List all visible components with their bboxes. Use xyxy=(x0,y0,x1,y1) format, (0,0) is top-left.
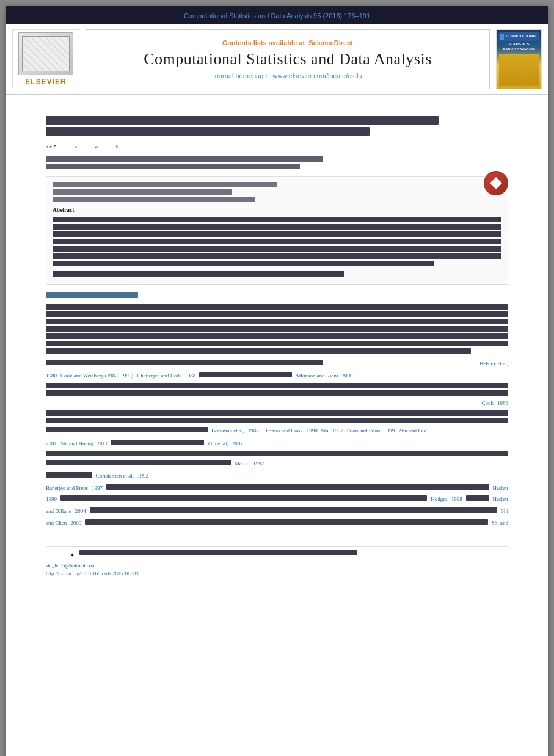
keywords-block xyxy=(53,271,501,277)
ref-christensen-line: Christensen et al, 1992 xyxy=(46,471,508,481)
ref-zhu-lee: Zhu and Lee xyxy=(398,426,426,435)
abstract-content xyxy=(53,217,501,266)
ref-haslett-2: Haslett xyxy=(493,494,509,504)
body-line-2 xyxy=(46,311,508,317)
ref-christensen: Christensen et al, xyxy=(96,471,134,481)
article-history xyxy=(53,182,501,202)
cover-title-line3: & DATA ANALYSIS xyxy=(503,47,535,52)
ref-chen-line: and Chen 2009 Shi and xyxy=(46,518,508,528)
b-line-m2 xyxy=(46,390,508,396)
journal-citation-link[interactable]: Computational Statistics and Data Analys… xyxy=(184,12,370,20)
ref-zhu-year: 2007 xyxy=(232,438,243,448)
top-bar: Computational Statistics and Data Analys… xyxy=(6,6,548,24)
ref-belsley: Belsley et al, xyxy=(479,358,508,368)
body-line-7 xyxy=(46,348,471,354)
author3: a xyxy=(95,143,98,151)
affiliations-block xyxy=(46,156,508,169)
affil-1 xyxy=(46,156,323,162)
ref-cook-line: Cook 1986 xyxy=(46,398,508,408)
blank-hodges xyxy=(60,495,427,501)
abs-line-5 xyxy=(53,246,501,252)
ref-dillane-line: and Dillane 2004 Shi xyxy=(46,506,508,516)
sciencedirect-link[interactable]: ScienceDirect xyxy=(308,39,353,46)
blank-haslett2 xyxy=(466,495,489,501)
cover-image: COMPUTATIONAL STATISTICS & DATA ANALYSIS xyxy=(497,30,541,89)
blank-haslett xyxy=(106,484,489,490)
abs-line-6 xyxy=(53,253,501,259)
authors-line: a c * a a b xyxy=(46,143,508,151)
footer-doi[interactable]: http://dx.doi.org/10.1016/j.csda.2015.10… xyxy=(46,570,508,578)
elsevier-brand-text: ELSEVIER xyxy=(25,78,66,86)
ref-mid-blank xyxy=(199,372,291,377)
ref-beckman-year: 1987 xyxy=(248,426,259,435)
ref-line-1: Belsley et al, xyxy=(46,358,508,368)
before-martin xyxy=(46,460,231,465)
body-line-4 xyxy=(46,326,508,332)
footer-section: ✦ shi_lei65@hotmail.com http://dx.doi.or… xyxy=(46,546,508,578)
ref-dillane: and Dillane xyxy=(46,506,71,516)
footnote-text xyxy=(79,550,357,555)
footnote-star-line: ✦ xyxy=(46,550,508,559)
before-christensen xyxy=(46,472,92,478)
ref-year-2000: 2000 xyxy=(342,371,353,380)
ref-christensen-year: 1992 xyxy=(137,471,148,481)
cover-title-line2: STATISTICS xyxy=(508,42,529,47)
before-beckman xyxy=(46,427,208,432)
history-line-2 xyxy=(53,189,232,195)
blank-zhu xyxy=(111,440,203,445)
title-line-1 xyxy=(46,116,439,125)
ref-year-1999: 1999 xyxy=(46,494,57,504)
history-line-3 xyxy=(53,197,255,202)
ref-banerjee: Banerjee and Frees xyxy=(46,483,88,493)
ref-zhu-lee-year: 2001 xyxy=(46,438,57,448)
ref-chen: and Chen xyxy=(46,518,67,528)
footer-email[interactable]: shi_lei65@hotmail.com xyxy=(46,562,508,570)
abs-line-4 xyxy=(53,239,501,244)
abs-line-7 xyxy=(53,261,434,266)
ref-shi: Shi xyxy=(321,426,329,435)
abs-line-1 xyxy=(53,217,501,222)
body-line-3 xyxy=(46,319,508,324)
header-section: ELSEVIER Contents lists available at Sci… xyxy=(6,24,548,95)
ref-cook-weisberg: Cook and Weisberg (1982, 1999) xyxy=(60,371,133,380)
history-line-1 xyxy=(53,182,277,187)
sciencedirect-label: Contents lists available at xyxy=(222,39,305,46)
ref-poon-year: 1999 xyxy=(384,426,395,435)
blank-shi xyxy=(90,507,497,513)
author4: b xyxy=(116,143,119,151)
journal-title: Computational Statistics and Data Analys… xyxy=(98,50,477,68)
section-heading-1 xyxy=(46,292,138,298)
ref-hodges-year: 1998 xyxy=(451,494,462,504)
blank-shi-and xyxy=(85,519,487,525)
b-line-m4 xyxy=(46,418,508,423)
article-title-block xyxy=(46,116,508,136)
b-line-m5 xyxy=(46,451,508,456)
ref-dillane-year: 2004 xyxy=(75,506,86,516)
ref-line-pre xyxy=(46,360,323,365)
section-1-header xyxy=(46,292,508,298)
ref-year-1988: 1988 xyxy=(184,371,195,380)
elsevier-image xyxy=(18,32,73,75)
body-line-1 xyxy=(46,304,508,310)
ref-shi-2: Shi xyxy=(501,506,508,516)
ref-atkinson: Atkinson and Riani xyxy=(296,371,338,380)
ref-zhu-et-al: Zhu et al, xyxy=(208,438,228,448)
abs-line-2 xyxy=(53,224,501,230)
ref-martin: Martin xyxy=(235,459,250,468)
b-line-m1 xyxy=(46,383,508,388)
ref-beckman: Beckman et al, xyxy=(211,426,244,435)
page: Computational Statistics and Data Analys… xyxy=(6,6,548,756)
homepage-link[interactable]: www.elsevier.com/locate/csda xyxy=(273,72,362,79)
ref-shi-huang: Shi and Huang xyxy=(60,438,93,448)
ref-line-shi-huang: 2001 Shi and Huang 2011 Zhu et al, 2007 xyxy=(46,438,508,448)
body-line-6 xyxy=(46,341,508,346)
journal-cover: COMPUTATIONAL STATISTICS & DATA ANALYSIS xyxy=(496,29,542,89)
ref-cook-year: 1986 xyxy=(497,398,508,408)
b-line-m3 xyxy=(46,410,508,416)
body-text-block-1 xyxy=(46,304,508,354)
ref-chatterjee: Chatterjee and Hadi xyxy=(137,371,181,380)
author1: a c * xyxy=(46,143,56,151)
ref-line-beckman: Beckman et al, 1987 Thomas and Cook 1990… xyxy=(46,426,508,435)
ref-chen-year: 2009 xyxy=(70,518,81,528)
ref-line-2: 1980 Cook and Weisberg (1982, 1999) Chat… xyxy=(46,371,508,380)
